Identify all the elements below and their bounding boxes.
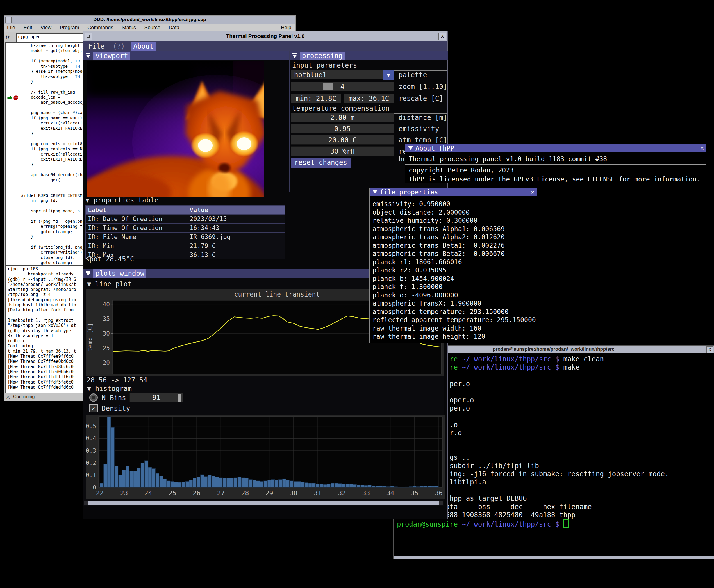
nbins-slider[interactable]: 91 [129, 393, 184, 402]
menu-program[interactable]: Program [60, 25, 79, 30]
menu-help[interactable]: Help [281, 25, 291, 30]
histogram-header[interactable]: ▼ histogram [87, 385, 132, 393]
property-line: atmospheric trans Beta1: -0.002276 [373, 242, 505, 249]
chevron-down-icon[interactable]: ▼ [383, 70, 394, 80]
property-line: atmospheric TransX: 1.900000 [373, 300, 481, 307]
properties-table-header[interactable]: ▼ properties table [85, 196, 159, 204]
menu-status[interactable]: Status [122, 25, 136, 30]
table-cell: 36.13 C [187, 250, 285, 259]
viewport-section-header[interactable]: viewport [83, 51, 289, 60]
file-properties-title: file properties [380, 188, 438, 196]
svg-text:28: 28 [241, 489, 249, 497]
about-license: ThPP is licensed under the GPLv3 License… [409, 175, 700, 183]
menu-file[interactable]: File [7, 25, 15, 30]
line-plot-header[interactable]: ▼ line plot [87, 280, 132, 288]
distance-label: distance [m] [399, 114, 447, 122]
viewport-section-label: viewport [93, 52, 130, 60]
nbins-radio[interactable] [89, 393, 98, 402]
thermal-panel-titlebar[interactable]: Thermal Processing Panel v1.0 X [83, 31, 447, 42]
panel-menu-help[interactable]: (?) [110, 42, 127, 50]
property-line: planck o: -4096.000000 [373, 292, 458, 299]
svg-text:20: 20 [103, 359, 110, 366]
rescale-label: rescale [C] [399, 94, 443, 103]
processing-section-label: processing [300, 52, 345, 60]
rescale-min-button[interactable]: min: 21.8C [291, 93, 341, 103]
menu-data[interactable]: Data [169, 25, 179, 30]
property-line: planck r2: 0.035095 [373, 267, 446, 274]
table-row[interactable]: IR: Min21.79 C [86, 241, 285, 250]
property-line: relative humidity: 0.300000 [373, 217, 478, 224]
status-triangle-icon[interactable]: △ [6, 395, 10, 400]
plots-window-label: plots window [93, 269, 146, 278]
rescale-max-button[interactable]: max: 36.1C [344, 93, 394, 103]
table-cell: IR: Min [86, 241, 187, 250]
svg-text:33: 33 [362, 489, 370, 497]
svg-text:0.2: 0.2 [86, 460, 96, 466]
table-cell: 16:34:43 [187, 224, 285, 232]
file-properties-titlebar[interactable]: file properties ✕ [370, 188, 537, 196]
svg-text:34: 34 [386, 489, 394, 497]
zoom-label: zoom [1..10] [399, 83, 447, 91]
collapse-icon[interactable] [292, 53, 298, 59]
property-line: raw thermal image height: 120 [373, 333, 485, 340]
ddd-titlebar[interactable]: DDD: /home/prodan/_work/linux/thpp/src/r… [4, 16, 295, 24]
table-cell: IR: Date Of Creation [86, 214, 187, 224]
humidity-field[interactable]: 30 %rH [291, 146, 394, 156]
histogram-chart[interactable]: 00.10.20.30.40.5222324252627282930313233… [86, 415, 445, 500]
emissivity-field[interactable]: 0.95 [291, 124, 394, 133]
table-row[interactable]: IR: Date Of Creation2023/03/15 [86, 214, 285, 224]
distance-field[interactable]: 2.00 m [291, 112, 394, 122]
horizontal-scrollbar[interactable] [84, 501, 443, 505]
panel-menu-about[interactable]: About [131, 42, 155, 50]
processing-section-header[interactable]: processing [290, 51, 448, 60]
menu-edit[interactable]: Edit [24, 25, 32, 30]
property-line: reflected apparent temperature: 295.1500… [373, 316, 536, 323]
thermal-image[interactable] [87, 61, 264, 197]
table-row[interactable]: IR: Time Of Creation16:34:43 [86, 224, 285, 232]
close-icon[interactable]: X [707, 346, 713, 353]
zoom-slider[interactable]: 4 [291, 82, 394, 91]
property-line: planck b: 1454.900024 [373, 275, 454, 282]
reset-changes-button[interactable]: reset changes [291, 158, 351, 168]
thermal-panel-menubar: File (?) About [83, 41, 447, 51]
svg-text:0.1: 0.1 [86, 472, 96, 479]
collapse-icon[interactable] [85, 53, 91, 59]
nbins-value: 91 [130, 393, 183, 402]
svg-text:32: 32 [338, 489, 346, 497]
svg-text:22: 22 [96, 489, 104, 497]
desktop: DDD: /home/prodan/_work/linux/thpp/src/r… [0, 0, 714, 588]
palette-dropdown[interactable]: hotblue1 ▼ [291, 70, 394, 80]
table-cell: IR: File Name [86, 232, 187, 241]
svg-text:30: 30 [290, 489, 297, 497]
menu-source[interactable]: Source [144, 25, 161, 30]
spot-temperature: spot 28.45°C [85, 255, 134, 263]
menu-view[interactable]: View [40, 25, 51, 30]
function-combo-label: (): [6, 34, 10, 40]
density-checkbox[interactable]: ✓ [89, 404, 98, 413]
property-line: emissivity: 0.950000 [373, 200, 450, 208]
close-icon[interactable]: ✕ [531, 188, 534, 195]
slider-thumb[interactable] [178, 394, 182, 402]
close-icon[interactable]: ✕ [700, 145, 704, 152]
table-cell: IR: Time Of Creation [86, 224, 187, 232]
svg-text:25: 25 [103, 345, 110, 352]
col-value[interactable]: Value [187, 206, 285, 214]
table-row[interactable]: IR: File NameIR_6369.jpg [86, 232, 285, 241]
breakpoint-stop-icon[interactable]: STOP [13, 95, 18, 100]
property-line: atmospheric trans Beta2: -0.006670 [373, 250, 505, 257]
properties-table: Label Value IR: Date Of Creation2023/03/… [85, 205, 285, 259]
panel-menu-file[interactable]: File [86, 42, 107, 50]
property-line: planck r1: 18061.666016 [373, 258, 462, 266]
svg-text:0.3: 0.3 [86, 447, 96, 454]
svg-text:30: 30 [103, 330, 110, 337]
menu-commands[interactable]: Commands [87, 25, 113, 30]
ddd-status-text: Continuing. [13, 394, 36, 399]
atm-temp-field[interactable]: 20.00 C [291, 135, 394, 145]
property-line: atmospheric temperature: 293.150000 [373, 308, 509, 315]
thermal-panel-title: Thermal Processing Panel v1.0 [83, 33, 447, 39]
collapse-icon[interactable] [85, 271, 91, 276]
about-titlebar[interactable]: About ThPP ✕ [405, 144, 706, 152]
col-label[interactable]: Label [86, 206, 187, 214]
close-icon[interactable]: X [438, 33, 446, 40]
svg-text:29: 29 [266, 489, 273, 497]
